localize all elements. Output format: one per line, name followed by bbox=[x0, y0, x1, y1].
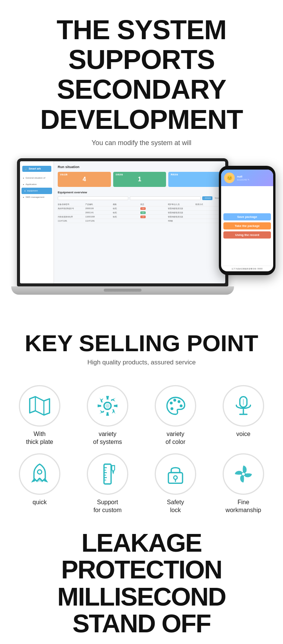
table-row: 20001141 粒/匹 在线 智慧供配电变压器 bbox=[58, 211, 221, 215]
cell-contact3 bbox=[195, 216, 221, 218]
cell-status1: 大库 bbox=[140, 207, 166, 210]
cell-contact4 bbox=[195, 220, 221, 222]
main-title: THE SYSTEM SUPPORTS SECONDARY DEVELOPMEN… bbox=[8, 15, 275, 135]
cell-spec2: 粒/匹 bbox=[113, 211, 139, 214]
phone-user-info: null 11122242 ✎ bbox=[237, 175, 249, 181]
icon-circle-rocket bbox=[19, 453, 60, 495]
cell-code2: 20001141 bbox=[85, 211, 111, 214]
laptop-sidebar: ⚓ Smart ark General situation of Applica… bbox=[20, 161, 54, 283]
icon-item-voice: voice bbox=[211, 385, 275, 446]
table-header: 设备名称/型号 产品编码 规格 状态 维护单位/人员 联系方式 bbox=[58, 202, 221, 207]
laptop-screen: ⚓ Smart ark General situation of Applica… bbox=[20, 161, 225, 283]
search-bar: + 添加设备 导出记录 bbox=[58, 196, 221, 200]
card-label-total: 设备总数 bbox=[60, 173, 68, 176]
icon-label-safety: Safetylock bbox=[167, 499, 184, 514]
cell-name1: 美的环境控制器1号 bbox=[58, 207, 84, 210]
phone-footer: 以下为您的完整服务套餐详情: 00000 bbox=[221, 266, 273, 271]
svg-point-6 bbox=[173, 399, 176, 402]
icon-label-thick-plate: Withthick plate bbox=[26, 430, 53, 446]
icon-item-systems: varietyof systems bbox=[75, 385, 140, 446]
col-spec: 规格 bbox=[113, 203, 139, 205]
icon-circle-mic bbox=[223, 385, 264, 427]
cell-contact2 bbox=[195, 211, 221, 214]
icon-item-fine: Fineworkmanship bbox=[211, 453, 275, 514]
leakage-title: LEAKAGE PROTECTIONMILLISECONDSTAND OFF bbox=[8, 529, 275, 637]
svg-point-8 bbox=[180, 404, 183, 407]
table-row: 河南省道路绿化带 110001008 粒/匹 大库 智慧供配电变压器 bbox=[58, 215, 221, 219]
icons-grid: Withthick plate varietyof systems bbox=[0, 374, 283, 518]
icon-item-safety: Safetylock bbox=[143, 453, 208, 514]
col-unit: 维护单位/人员 bbox=[168, 203, 194, 205]
icon-circle-gear bbox=[87, 385, 128, 427]
card-label-online: 在线设备 bbox=[115, 173, 123, 176]
icon-circle-ruler bbox=[87, 453, 128, 495]
col-status: 状态 bbox=[140, 203, 166, 205]
ksp-title: KEY SELLING POINT bbox=[8, 332, 275, 355]
add-button[interactable]: + 添加设备 bbox=[202, 196, 212, 200]
laptop-screen-body: ⚓ Smart ark General situation of Applica… bbox=[17, 158, 228, 286]
cell-name2 bbox=[58, 211, 84, 214]
svg-point-9 bbox=[171, 407, 174, 410]
cell-name4: 111471281 bbox=[58, 220, 84, 222]
cell-unit4: 400级 bbox=[168, 220, 194, 222]
cell-unit1: 智慧供配电变压器 bbox=[168, 207, 194, 210]
section-selling: KEY SELLING POINT High quality products,… bbox=[0, 313, 283, 374]
icon-circle-fan bbox=[223, 453, 264, 495]
cell-status3: 大库 bbox=[140, 216, 166, 218]
cell-spec1: 粒/匹 bbox=[113, 207, 139, 210]
menu-sms: SMS management bbox=[20, 194, 54, 200]
svg-point-4 bbox=[105, 404, 109, 408]
svg-point-14 bbox=[37, 470, 42, 474]
cell-contact1 bbox=[195, 207, 221, 210]
search-input[interactable] bbox=[58, 196, 128, 200]
take-package-btn[interactable]: Take the package bbox=[223, 222, 271, 229]
lock-icon bbox=[164, 463, 187, 485]
cell-unit2: 智慧供配电变压器 bbox=[168, 211, 194, 214]
icon-label-fine: Fineworkmanship bbox=[226, 499, 261, 514]
table-row: 111471281 111471291 400级 bbox=[58, 219, 221, 223]
svg-point-7 bbox=[178, 400, 181, 403]
menu-application: Application bbox=[20, 181, 54, 188]
overview-title: Equipment overview bbox=[58, 191, 221, 194]
cards-row: 设备总数 4 在线设备 1 离线设备 bbox=[58, 172, 221, 187]
gear-icon bbox=[96, 395, 119, 417]
laptop-logo: ⚓ Smart ark bbox=[22, 166, 51, 172]
ruler-icon bbox=[96, 463, 119, 485]
phone-avatar: 😊 bbox=[224, 173, 235, 183]
laptop-base bbox=[11, 286, 234, 295]
cell-status4 bbox=[140, 220, 166, 222]
phone-username: null bbox=[237, 175, 249, 178]
svg-point-25 bbox=[241, 473, 245, 476]
section-system: THE SYSTEM SUPPORTS SECONDARY DEVELOPMEN… bbox=[0, 0, 283, 154]
card-total: 设备总数 4 bbox=[58, 172, 111, 187]
col-name: 设备名称/型号 bbox=[58, 203, 84, 205]
cell-code1: 20000106 bbox=[85, 207, 111, 210]
cell-unit3: 智慧供配电变压器 bbox=[168, 216, 194, 218]
phone-mockup: 😊 null 11122242 ✎ Save package Take the … bbox=[219, 166, 275, 275]
ksp-subtitle: High quality products, assured service bbox=[8, 359, 275, 366]
icon-item-color: varietyof color bbox=[143, 385, 208, 446]
cell-name3: 河南省道路绿化带 bbox=[58, 216, 84, 218]
icon-circle-palette bbox=[155, 385, 196, 427]
icon-item-custom: Supportfor custom bbox=[75, 453, 140, 514]
icon-item-quick: quick bbox=[8, 453, 72, 514]
svg-point-5 bbox=[170, 402, 173, 405]
icon-label-custom: Supportfor custom bbox=[94, 499, 122, 514]
search-input2[interactable] bbox=[130, 196, 200, 200]
laptop-main: Run situation 设备总数 4 在线设备 1 离线设备 bbox=[54, 161, 225, 283]
icon-circle-lock bbox=[155, 453, 196, 495]
menu-general: General situation of bbox=[20, 175, 54, 181]
card-label-offline: 离线设备 bbox=[171, 173, 178, 176]
rocket-icon bbox=[28, 463, 51, 485]
svg-rect-15 bbox=[104, 464, 111, 484]
phone-header: 😊 null 11122242 ✎ bbox=[221, 170, 273, 186]
phone-action-buttons: Save package Take the package Using the … bbox=[221, 186, 273, 266]
icon-label-voice: voice bbox=[236, 430, 250, 438]
using-record-btn[interactable]: Using the record bbox=[223, 231, 271, 239]
table-row: 美的环境控制器1号 20000106 粒/匹 大库 智慧供配电变压器 bbox=[58, 207, 221, 211]
section-leakage: LEAKAGE PROTECTIONMILLISECONDSTAND OFF L… bbox=[0, 518, 283, 644]
cell-status2: 在线 bbox=[140, 211, 166, 214]
card-online: 在线设备 1 bbox=[113, 172, 166, 187]
save-package-btn[interactable]: Save package bbox=[223, 213, 271, 220]
cell-code3: 110001008 bbox=[85, 216, 111, 218]
